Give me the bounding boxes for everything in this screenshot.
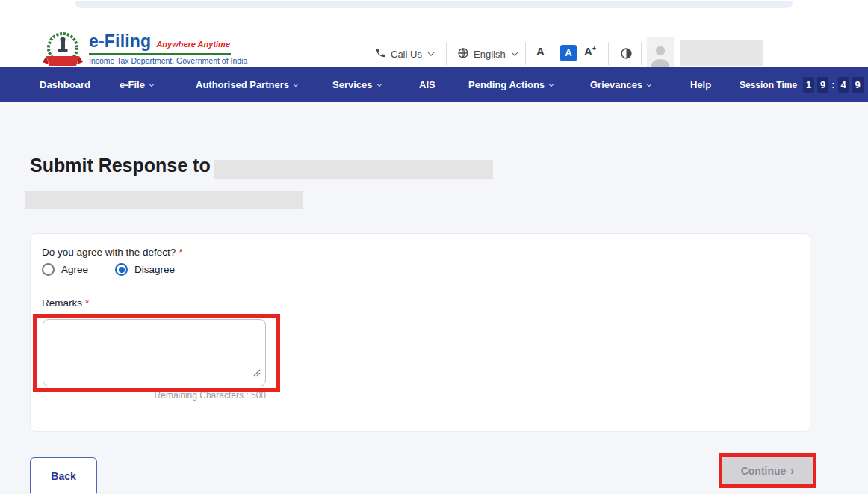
nav-authorised-partners[interactable]: Authorised Partners xyxy=(196,67,297,102)
session-digit: 1 xyxy=(803,77,814,93)
main-nav: Dashboard e-File Authorised Partners Ser… xyxy=(0,67,868,102)
chevron-down-icon xyxy=(646,81,651,87)
session-digit: 4 xyxy=(838,77,849,93)
remarks-label: Remarks* xyxy=(42,297,89,309)
continue-button[interactable]: Continue› xyxy=(722,457,813,484)
session-digit: 9 xyxy=(817,77,828,93)
required-asterisk: * xyxy=(179,247,182,258)
nav-efile[interactable]: e-File xyxy=(120,67,152,102)
session-timer: Session Time 1 9 : 4 9 xyxy=(740,67,864,102)
font-increase-button[interactable]: A+ xyxy=(584,45,596,58)
header-divider xyxy=(525,42,526,65)
chevron-down-icon xyxy=(511,49,517,55)
radio-agree[interactable]: Agree xyxy=(42,263,88,276)
brand-text-block: e-Filing Anywhere Anytime Income Tax Dep… xyxy=(89,29,247,65)
chevron-down-icon xyxy=(149,81,154,87)
brand-name: e-Filing xyxy=(89,31,151,52)
org-name: Income Tax Department, Government of Ind… xyxy=(89,56,247,65)
nav-pending-actions[interactable]: Pending Actions xyxy=(468,67,552,102)
user-avatar[interactable] xyxy=(647,37,674,67)
page-title: Submit Response to xyxy=(30,155,211,176)
radio-agree-label: Agree xyxy=(61,264,88,275)
defect-radio-group: Agree Disagree xyxy=(42,263,175,276)
browser-top-strip xyxy=(75,1,793,8)
subtitle-redacted xyxy=(25,191,303,209)
chevron-down-icon xyxy=(548,81,554,87)
chevron-right-icon: › xyxy=(790,464,794,477)
brand-tagline: Anywhere Anytime xyxy=(156,40,230,49)
nav-services[interactable]: Services xyxy=(332,67,380,102)
chevron-down-icon xyxy=(428,49,434,55)
header-divider xyxy=(608,42,609,65)
session-colon: : xyxy=(831,79,834,90)
phone-icon xyxy=(375,47,386,61)
radio-disagree-label: Disagree xyxy=(134,264,175,275)
nav-ais[interactable]: AIS xyxy=(419,67,435,102)
session-digit: 9 xyxy=(852,77,864,93)
header-divider xyxy=(641,42,642,65)
remarks-field-wrap xyxy=(43,319,266,386)
call-us-menu[interactable]: Call Us xyxy=(375,45,433,63)
contrast-toggle-icon[interactable] xyxy=(620,47,633,63)
radio-disagree[interactable]: Disagree xyxy=(115,263,175,276)
language-menu[interactable]: English xyxy=(457,45,517,63)
nav-grievances[interactable]: Grievances xyxy=(590,67,650,102)
efiling-portal-page: e-Filing Anywhere Anytime Income Tax Dep… xyxy=(0,0,868,494)
font-decrease-button[interactable]: A- xyxy=(536,45,547,58)
globe-icon xyxy=(457,47,469,61)
required-asterisk: * xyxy=(85,297,89,309)
title-redacted xyxy=(214,160,493,179)
font-normal-button[interactable]: A xyxy=(560,45,577,61)
header: e-Filing Anywhere Anytime Income Tax Dep… xyxy=(0,10,868,67)
logo-green-rule xyxy=(89,53,231,55)
radio-checked-icon[interactable] xyxy=(115,263,128,276)
back-button[interactable]: Back xyxy=(30,457,97,494)
session-time-label: Session Time xyxy=(740,80,797,90)
radio-unchecked-icon[interactable] xyxy=(42,263,55,276)
chevron-down-icon xyxy=(376,81,382,87)
defect-question-label: Do you agree with the defect?* xyxy=(42,247,183,258)
remaining-characters: Remaining Characters : 500 xyxy=(43,390,266,401)
language-label: English xyxy=(474,49,506,60)
call-us-label: Call Us xyxy=(391,49,422,60)
nav-dashboard[interactable]: Dashboard xyxy=(40,67,90,102)
user-name-redacted xyxy=(680,40,763,66)
header-divider xyxy=(446,42,447,65)
remarks-textarea[interactable] xyxy=(43,319,266,386)
chevron-down-icon xyxy=(293,81,298,87)
nav-help[interactable]: Help xyxy=(690,67,711,102)
